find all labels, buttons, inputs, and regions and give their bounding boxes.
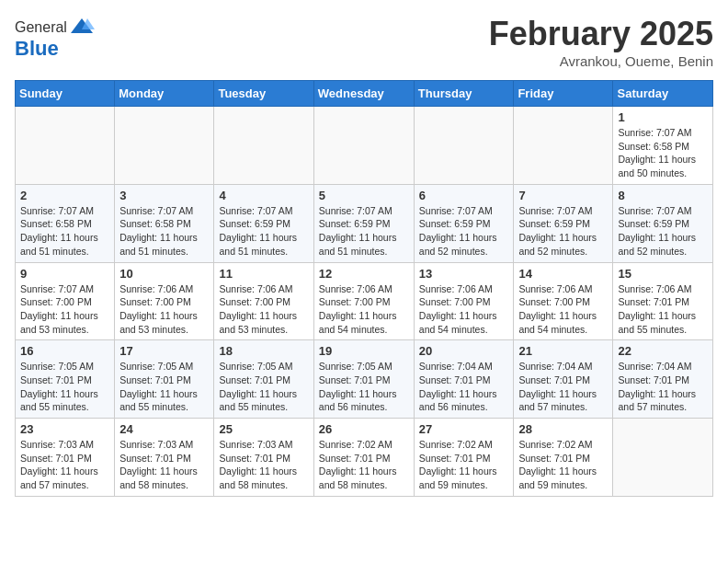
day-number: 8 (618, 189, 708, 202)
weekday-header-friday: Friday (514, 81, 613, 107)
day-number: 26 (319, 422, 409, 436)
day-info: Sunrise: 7:04 AM Sunset: 7:01 PM Dayligh… (518, 360, 608, 414)
calendar-day-cell: 17Sunrise: 7:05 AM Sunset: 7:01 PM Dayli… (115, 340, 214, 419)
day-number: 17 (119, 344, 209, 358)
day-info: Sunrise: 7:03 AM Sunset: 7:01 PM Dayligh… (219, 438, 308, 492)
day-number: 18 (219, 344, 308, 358)
day-number: 20 (419, 344, 509, 358)
calendar-day-cell (414, 107, 514, 185)
day-info: Sunrise: 7:03 AM Sunset: 7:01 PM Dayligh… (20, 438, 109, 492)
day-number: 15 (618, 267, 708, 281)
calendar-day-cell (313, 107, 414, 185)
day-number: 16 (20, 344, 109, 358)
day-info: Sunrise: 7:03 AM Sunset: 7:01 PM Dayligh… (119, 438, 209, 492)
calendar-day-cell: 15Sunrise: 7:06 AM Sunset: 7:01 PM Dayli… (613, 262, 713, 340)
weekday-header-sunday: Sunday (16, 81, 115, 107)
day-number: 4 (219, 189, 308, 202)
page-header: General Blue February 2025 Avrankou, Oue… (15, 15, 713, 69)
calendar-week-row: 23Sunrise: 7:03 AM Sunset: 7:01 PM Dayli… (16, 419, 713, 497)
day-number: 9 (20, 267, 109, 281)
day-info: Sunrise: 7:07 AM Sunset: 6:58 PM Dayligh… (20, 204, 109, 259)
day-info: Sunrise: 7:02 AM Sunset: 7:01 PM Dayligh… (419, 438, 509, 492)
day-number: 22 (618, 344, 708, 358)
day-number: 6 (419, 189, 509, 202)
day-info: Sunrise: 7:07 AM Sunset: 6:59 PM Dayligh… (618, 204, 708, 259)
calendar-day-cell: 20Sunrise: 7:04 AM Sunset: 7:01 PM Dayli… (414, 340, 514, 419)
calendar-day-cell: 10Sunrise: 7:06 AM Sunset: 7:00 PM Dayli… (115, 262, 214, 340)
calendar-day-cell (514, 107, 613, 185)
day-number: 13 (419, 267, 509, 281)
calendar-day-cell: 12Sunrise: 7:06 AM Sunset: 7:00 PM Dayli… (313, 262, 414, 340)
day-info: Sunrise: 7:02 AM Sunset: 7:01 PM Dayligh… (319, 438, 409, 492)
day-info: Sunrise: 7:05 AM Sunset: 7:01 PM Dayligh… (119, 360, 209, 414)
calendar-day-cell: 6Sunrise: 7:07 AM Sunset: 6:59 PM Daylig… (414, 184, 514, 262)
calendar-day-cell: 2Sunrise: 7:07 AM Sunset: 6:58 PM Daylig… (16, 184, 115, 262)
weekday-header-tuesday: Tuesday (214, 81, 313, 107)
day-info: Sunrise: 7:07 AM Sunset: 6:58 PM Dayligh… (119, 204, 209, 259)
day-number: 23 (20, 422, 109, 436)
day-info: Sunrise: 7:07 AM Sunset: 6:59 PM Dayligh… (219, 204, 308, 259)
day-number: 24 (119, 422, 209, 436)
day-info: Sunrise: 7:07 AM Sunset: 6:58 PM Dayligh… (618, 126, 708, 180)
calendar-day-cell: 22Sunrise: 7:04 AM Sunset: 7:01 PM Dayli… (613, 340, 713, 419)
weekday-header-wednesday: Wednesday (313, 81, 414, 107)
calendar-day-cell: 23Sunrise: 7:03 AM Sunset: 7:01 PM Dayli… (16, 419, 115, 497)
day-number: 28 (518, 422, 608, 436)
weekday-header-saturday: Saturday (613, 81, 713, 107)
day-number: 25 (219, 422, 308, 436)
calendar-week-row: 9Sunrise: 7:07 AM Sunset: 7:00 PM Daylig… (16, 262, 713, 340)
weekday-header-monday: Monday (115, 81, 214, 107)
day-info: Sunrise: 7:02 AM Sunset: 7:01 PM Dayligh… (518, 438, 608, 492)
weekday-header-thursday: Thursday (414, 81, 514, 107)
calendar-day-cell: 18Sunrise: 7:05 AM Sunset: 7:01 PM Dayli… (214, 340, 313, 419)
day-info: Sunrise: 7:05 AM Sunset: 7:01 PM Dayligh… (319, 360, 409, 414)
logo-general-text: General (15, 19, 67, 36)
calendar-day-cell (214, 107, 313, 185)
calendar-day-cell: 4Sunrise: 7:07 AM Sunset: 6:59 PM Daylig… (214, 184, 313, 262)
day-number: 12 (319, 267, 409, 281)
calendar-day-cell: 25Sunrise: 7:03 AM Sunset: 7:01 PM Dayli… (214, 419, 313, 497)
calendar-location: Avrankou, Oueme, Benin (489, 53, 713, 69)
calendar-day-cell: 1Sunrise: 7:07 AM Sunset: 6:58 PM Daylig… (613, 107, 713, 185)
calendar-day-cell: 7Sunrise: 7:07 AM Sunset: 6:59 PM Daylig… (514, 184, 613, 262)
day-info: Sunrise: 7:04 AM Sunset: 7:01 PM Dayligh… (618, 360, 708, 414)
day-info: Sunrise: 7:05 AM Sunset: 7:01 PM Dayligh… (20, 360, 109, 414)
calendar-day-cell: 21Sunrise: 7:04 AM Sunset: 7:01 PM Dayli… (514, 340, 613, 419)
calendar-day-cell: 11Sunrise: 7:06 AM Sunset: 7:00 PM Dayli… (214, 262, 313, 340)
calendar-day-cell: 8Sunrise: 7:07 AM Sunset: 6:59 PM Daylig… (613, 184, 713, 262)
calendar-day-cell: 14Sunrise: 7:06 AM Sunset: 7:00 PM Dayli… (514, 262, 613, 340)
day-info: Sunrise: 7:07 AM Sunset: 6:59 PM Dayligh… (319, 204, 409, 259)
day-info: Sunrise: 7:07 AM Sunset: 6:59 PM Dayligh… (419, 204, 509, 259)
calendar-day-cell: 19Sunrise: 7:05 AM Sunset: 7:01 PM Dayli… (313, 340, 414, 419)
day-info: Sunrise: 7:06 AM Sunset: 7:00 PM Dayligh… (518, 282, 608, 337)
calendar-day-cell: 26Sunrise: 7:02 AM Sunset: 7:01 PM Dayli… (313, 419, 414, 497)
day-number: 5 (319, 189, 409, 202)
calendar-day-cell: 16Sunrise: 7:05 AM Sunset: 7:01 PM Dayli… (16, 340, 115, 419)
day-info: Sunrise: 7:06 AM Sunset: 7:01 PM Dayligh… (618, 282, 708, 337)
day-number: 2 (20, 189, 109, 202)
day-number: 7 (518, 189, 608, 202)
day-number: 3 (119, 189, 209, 202)
day-number: 27 (419, 422, 509, 436)
day-info: Sunrise: 7:07 AM Sunset: 7:00 PM Dayligh… (20, 282, 109, 337)
title-block: February 2025 Avrankou, Oueme, Benin (489, 15, 713, 69)
day-info: Sunrise: 7:06 AM Sunset: 7:00 PM Dayligh… (319, 282, 409, 337)
day-number: 19 (319, 344, 409, 358)
day-info: Sunrise: 7:07 AM Sunset: 6:59 PM Dayligh… (518, 204, 608, 259)
day-info: Sunrise: 7:04 AM Sunset: 7:01 PM Dayligh… (419, 360, 509, 414)
calendar-day-cell: 27Sunrise: 7:02 AM Sunset: 7:01 PM Dayli… (414, 419, 514, 497)
day-number: 10 (119, 267, 209, 281)
calendar-table: SundayMondayTuesdayWednesdayThursdayFrid… (15, 80, 713, 497)
calendar-title: February 2025 (489, 15, 713, 53)
calendar-week-row: 2Sunrise: 7:07 AM Sunset: 6:58 PM Daylig… (16, 184, 713, 262)
day-number: 11 (219, 267, 308, 281)
calendar-week-row: 1Sunrise: 7:07 AM Sunset: 6:58 PM Daylig… (16, 107, 713, 185)
calendar-day-cell: 5Sunrise: 7:07 AM Sunset: 6:59 PM Daylig… (313, 184, 414, 262)
logo: General Blue (15, 15, 95, 61)
calendar-day-cell (115, 107, 214, 185)
calendar-day-cell (16, 107, 115, 185)
calendar-day-cell: 13Sunrise: 7:06 AM Sunset: 7:00 PM Dayli… (414, 262, 514, 340)
day-number: 14 (518, 267, 608, 281)
calendar-day-cell: 9Sunrise: 7:07 AM Sunset: 7:00 PM Daylig… (16, 262, 115, 340)
day-number: 1 (618, 110, 708, 124)
